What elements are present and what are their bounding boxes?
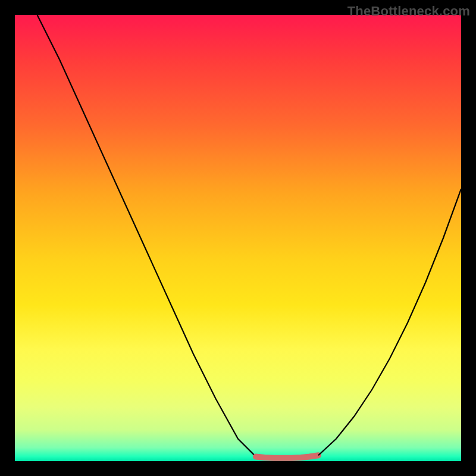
marker-band [256,455,318,458]
plot-area [15,15,461,461]
left-curve [37,15,256,457]
watermark: TheBottleneck.com [347,4,470,19]
chart-frame: TheBottleneck.com [0,0,476,476]
right-curve [318,189,461,456]
chart-svg [15,15,461,461]
